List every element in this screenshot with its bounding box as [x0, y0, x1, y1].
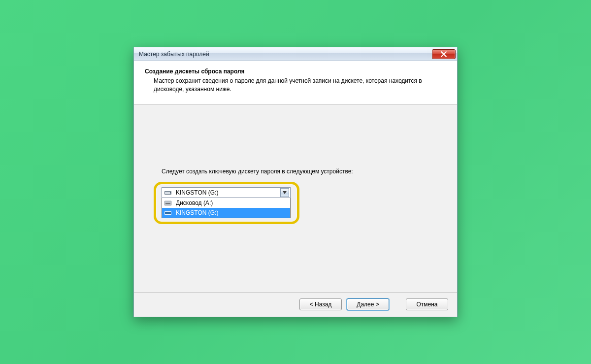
- drive-option-label: Дисковод (A:): [176, 199, 213, 206]
- svg-rect-2: [170, 192, 171, 194]
- drive-instruction-label: Следует создать ключевую дискету пароля …: [162, 168, 353, 175]
- drive-select-list: Дисковод (A:) KINGSTON (G:): [162, 198, 291, 218]
- drive-select[interactable]: KINGSTON (G:) Дисковод (A:) KINGSTON (G:: [162, 187, 291, 218]
- close-icon: [441, 51, 447, 57]
- back-button[interactable]: < Назад: [299, 298, 342, 310]
- svg-rect-4: [165, 203, 170, 204]
- chevron-down-icon: [283, 191, 287, 194]
- dropdown-arrow-button[interactable]: [280, 188, 289, 197]
- window-title: Мастер забытых паролей: [139, 51, 209, 58]
- svg-rect-3: [164, 201, 171, 205]
- close-button[interactable]: [432, 49, 456, 59]
- drive-option-kingston[interactable]: KINGSTON (G:): [162, 208, 290, 218]
- wizard-header-title: Создание дискеты сброса пароля: [145, 68, 446, 75]
- wizard-dialog: Мастер забытых паролей Создание дискеты …: [133, 47, 458, 317]
- drive-option-floppy[interactable]: Дисковод (A:): [162, 198, 290, 208]
- wizard-footer: < Назад Далее > Отмена: [134, 292, 457, 317]
- usb-drive-icon: [164, 189, 173, 196]
- drive-option-label: KINGSTON (G:): [176, 209, 218, 216]
- cancel-button[interactable]: Отмена: [406, 298, 448, 310]
- svg-rect-6: [165, 212, 171, 214]
- drive-select-collapsed[interactable]: KINGSTON (G:): [162, 187, 291, 198]
- floppy-drive-icon: [164, 199, 173, 206]
- next-button[interactable]: Далее >: [347, 298, 389, 310]
- usb-drive-icon: [164, 209, 173, 216]
- drive-select-value: KINGSTON (G:): [176, 189, 280, 196]
- titlebar[interactable]: Мастер забытых паролей: [134, 47, 457, 61]
- wizard-body: Следует создать ключевую дискету пароля …: [134, 105, 457, 292]
- wizard-header: Создание дискеты сброса пароля Мастер со…: [134, 61, 457, 105]
- wizard-header-subtitle: Мастер сохранит сведения о пароле для да…: [145, 77, 446, 94]
